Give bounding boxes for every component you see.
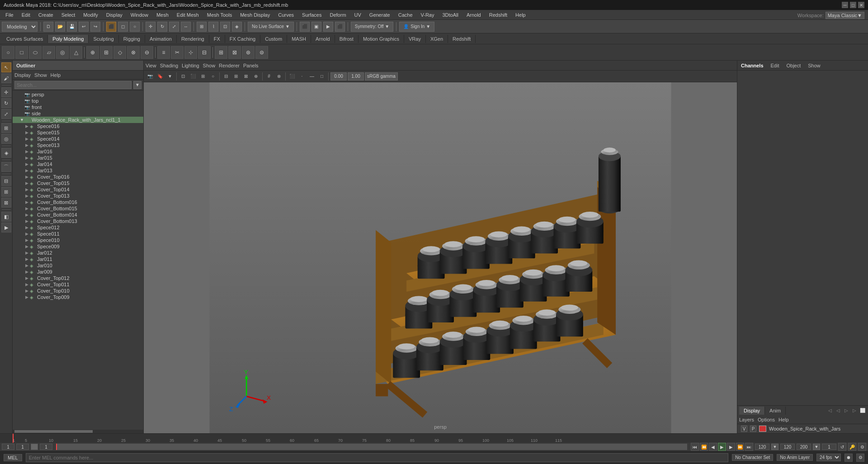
snap-grid-button[interactable]: ⊞ bbox=[197, 22, 207, 32]
last-tool-button[interactable]: ↔ bbox=[181, 22, 191, 32]
quick-layout-3[interactable]: ⊠ bbox=[1, 198, 11, 208]
vp-solid-btn[interactable]: ⬛ bbox=[189, 72, 198, 81]
vp-camera-btn[interactable]: 📷 bbox=[146, 72, 155, 81]
rp-icon-4[interactable]: ▷ bbox=[851, 407, 858, 414]
vp-layout-2[interactable]: ⊞ bbox=[231, 72, 241, 81]
current-frame-right[interactable] bbox=[822, 444, 836, 450]
tree-item-covertop010[interactable]: ▶ ◈ Cover_Top010 bbox=[13, 288, 143, 294]
shelf-tab-custom[interactable]: Custom bbox=[260, 35, 287, 43]
shelf-icon-combine[interactable]: ⊞ bbox=[215, 46, 227, 59]
paint-mode-button[interactable]: ○ bbox=[130, 22, 140, 32]
status-record-btn[interactable]: ⏺ bbox=[844, 454, 853, 462]
vp-select-face[interactable]: □ bbox=[317, 72, 326, 81]
shelf-tab-animation[interactable]: Animation bbox=[145, 35, 177, 43]
vp-grid-btn[interactable]: # bbox=[264, 72, 274, 81]
tree-item-jar013[interactable]: ▶ ◈ Jar013 bbox=[13, 167, 143, 174]
viewport-canvas[interactable]: X Y Z persp bbox=[144, 82, 737, 433]
shelf-icon-connect[interactable]: ⊹ bbox=[184, 46, 197, 59]
menu-arnold[interactable]: Arnold bbox=[463, 11, 485, 19]
tree-item-covertop009[interactable]: ▶ ◈ Cover_Top009 bbox=[13, 294, 143, 300]
menu-edit[interactable]: Edit bbox=[18, 11, 34, 19]
symmetry-button[interactable]: Symmetry: Off ▼ bbox=[351, 22, 393, 32]
viewport-menu-panels[interactable]: Panels bbox=[243, 63, 259, 68]
shelf-tab-curves-surfaces[interactable]: Curves Surfaces bbox=[2, 35, 48, 43]
outliner-hscroll[interactable] bbox=[13, 430, 143, 433]
outliner-search-input[interactable] bbox=[14, 81, 132, 89]
step-back-button[interactable]: ⏪ bbox=[700, 443, 708, 451]
save-scene-button[interactable]: 💾 bbox=[67, 22, 77, 32]
tree-item-spece015[interactable]: ▶ ◈ Spece015 bbox=[13, 129, 143, 136]
shelf-tab-bifrost[interactable]: Bifrost bbox=[335, 35, 359, 43]
show-tab[interactable]: Show bbox=[808, 63, 821, 68]
outliner-menu-help[interactable]: Help bbox=[51, 72, 61, 78]
vp-layout-4[interactable]: ⊕ bbox=[251, 72, 260, 81]
undo-button[interactable]: ↩ bbox=[79, 22, 89, 32]
snap-point-button[interactable]: ⊡ bbox=[220, 22, 230, 32]
shelf-tab-poly-modeling[interactable]: Poly Modeling bbox=[48, 35, 89, 43]
shelf-tab-xgen[interactable]: XGen bbox=[426, 35, 448, 43]
channels-tab[interactable]: Channels bbox=[741, 63, 764, 68]
max-frame-dropdown[interactable]: ▼ bbox=[813, 444, 820, 450]
shelf-icon-boolean[interactable]: ⊖ bbox=[141, 46, 153, 59]
shelf-icon-poly-cone[interactable]: △ bbox=[70, 46, 82, 59]
viewport-menu-shading[interactable]: Shading bbox=[160, 63, 178, 68]
vp-select-edge[interactable]: — bbox=[307, 72, 316, 81]
viewport-menu-renderer[interactable]: Renderer bbox=[219, 63, 240, 68]
max-frame-input[interactable] bbox=[797, 444, 811, 450]
menu-display[interactable]: Display bbox=[103, 11, 126, 19]
go-to-start-button[interactable]: ⏮ bbox=[691, 443, 699, 451]
shelf-icon-poly-plane[interactable]: ▱ bbox=[42, 46, 55, 59]
quick-layout-2[interactable]: ⊞ bbox=[1, 187, 11, 197]
tree-item-jar009[interactable]: ▶ ◈ Jar009 bbox=[13, 269, 143, 275]
tree-item-side[interactable]: 📷 side bbox=[13, 110, 143, 117]
vp-layout-1[interactable]: ⊟ bbox=[222, 72, 231, 81]
tree-item-top[interactable]: 📷 top bbox=[13, 98, 143, 104]
rotate-tool[interactable]: ↻ bbox=[1, 98, 11, 108]
move-button[interactable]: ✛ bbox=[146, 22, 156, 32]
menu-modify[interactable]: Modify bbox=[80, 11, 101, 19]
current-frame-input[interactable] bbox=[2, 444, 14, 450]
snap-curve-button[interactable]: ⌇ bbox=[208, 22, 218, 32]
vp-wireframe-btn[interactable]: ⊡ bbox=[179, 72, 188, 81]
range-end-input[interactable] bbox=[755, 444, 769, 450]
scale-button[interactable]: ⤢ bbox=[169, 22, 179, 32]
object-tab[interactable]: Object bbox=[786, 63, 801, 68]
display-tab[interactable]: Display bbox=[739, 407, 765, 415]
tree-item-spece013[interactable]: ▶ ◈ Spece013 bbox=[13, 142, 143, 148]
vp-bookmark-btn[interactable]: 🔖 bbox=[156, 72, 165, 81]
vp-snap-btn[interactable]: ⊗ bbox=[274, 72, 283, 81]
menu-edit-mesh[interactable]: Edit Mesh bbox=[173, 11, 203, 19]
render-stop-button[interactable]: ⬛ bbox=[335, 22, 345, 32]
quick-layout-1[interactable]: ⊟ bbox=[1, 176, 11, 186]
menu-vray[interactable]: V-Ray bbox=[417, 11, 438, 19]
tree-item-jar011[interactable]: ▶ ◈ Jar011 bbox=[13, 256, 143, 262]
layer-name-label[interactable]: Wooden_Spice_Rack_with_Jars bbox=[769, 426, 840, 431]
menu-file[interactable]: File bbox=[2, 11, 17, 19]
menu-surfaces[interactable]: Surfaces bbox=[298, 11, 325, 19]
timeline-playhead[interactable] bbox=[13, 434, 14, 443]
tree-item-coverbottom014[interactable]: ▶ ◈ Cover_Bottom014 bbox=[13, 212, 143, 218]
loop-button[interactable]: ↺ bbox=[838, 443, 846, 451]
soft-mod-tool[interactable]: ◎ bbox=[1, 134, 11, 144]
tree-item-covertop016[interactable]: ▶ ◈ Cover_Top016 bbox=[13, 174, 143, 180]
layer-p-toggle[interactable]: P bbox=[750, 426, 756, 432]
anim-tab[interactable]: Anim bbox=[765, 407, 786, 415]
preferences-button[interactable]: ⚙ bbox=[858, 443, 866, 451]
viewport-menu-lighting[interactable]: Lighting bbox=[182, 63, 199, 68]
select-tool[interactable]: ↖ bbox=[1, 62, 11, 72]
anim-start-input[interactable] bbox=[40, 444, 52, 450]
tree-item-front[interactable]: 📷 front bbox=[13, 104, 143, 110]
tree-item-wooden-rack[interactable]: ▼ ⊞ Wooden_Spice_Rack_with_Jars_ncl1_1 bbox=[13, 117, 143, 123]
tree-item-coverbottom013[interactable]: ▶ ◈ Cover_Bottom013 bbox=[13, 218, 143, 224]
lasso-mode-button[interactable]: ◻ bbox=[118, 22, 128, 32]
tree-item-spece010[interactable]: ▶ ◈ Spece010 bbox=[13, 237, 143, 243]
shelf-icon-bevel[interactable]: ◇ bbox=[113, 46, 126, 59]
menu-window[interactable]: Window bbox=[127, 11, 152, 19]
paint-select-tool[interactable]: 🖌 bbox=[1, 73, 11, 83]
shelf-icon-merge[interactable]: ⊗ bbox=[127, 46, 140, 59]
tree-item-jar015[interactable]: ▶ ◈ Jar015 bbox=[13, 155, 143, 161]
maximize-button[interactable]: □ bbox=[850, 2, 856, 8]
new-scene-button[interactable]: 🗋 bbox=[43, 22, 53, 32]
shelf-icon-separate[interactable]: ⊠ bbox=[228, 46, 241, 59]
vp-select-vert[interactable]: · bbox=[297, 72, 307, 81]
